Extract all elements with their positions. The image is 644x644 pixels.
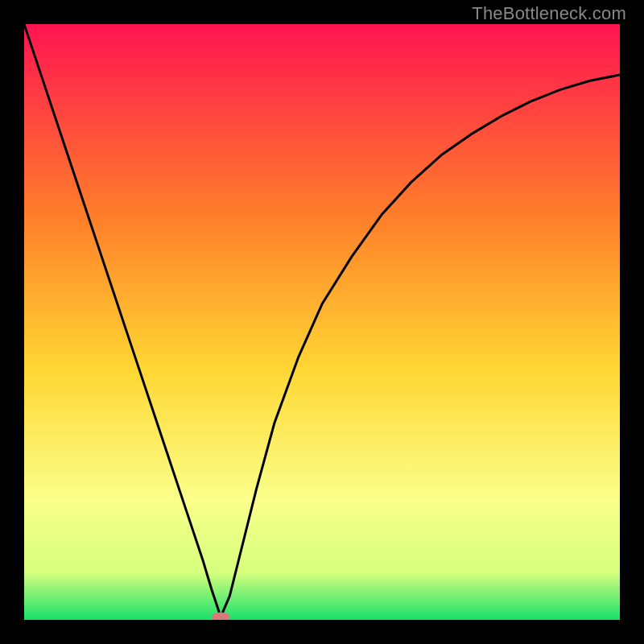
plot-area xyxy=(24,24,620,620)
chart-svg xyxy=(24,24,620,620)
watermark-text: TheBottleneck.com xyxy=(472,3,626,24)
gradient-background xyxy=(24,24,620,620)
chart-frame: TheBottleneck.com xyxy=(0,0,644,644)
